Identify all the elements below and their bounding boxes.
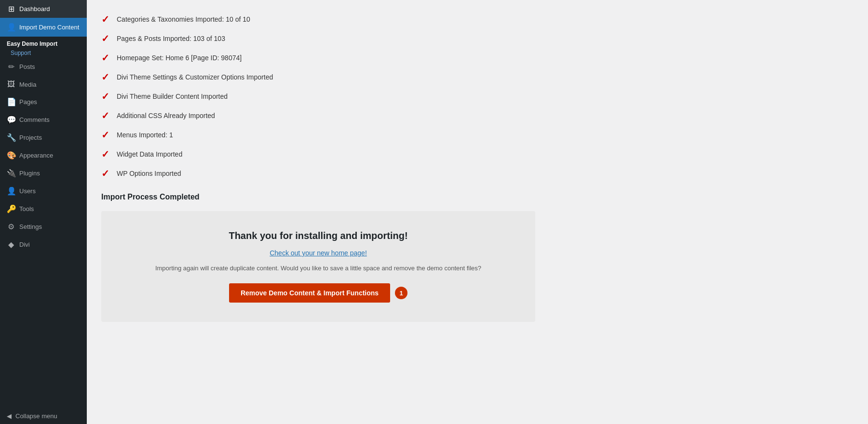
list-item: ✓ Additional CSS Already Imported <box>101 106 854 125</box>
import-item-text: Menus Imported: 1 <box>117 131 173 139</box>
import-item-text: Divi Theme Builder Content Imported <box>117 93 228 100</box>
list-item: ✓ Homepage Set: Home 6 [Page ID: 98074] <box>101 48 854 67</box>
sidebar-plugin-header: Easy Demo Import <box>0 37 87 48</box>
sidebar-item-settings[interactable]: ⚙ Settings <box>0 218 87 236</box>
checkmark-icon: ✓ <box>101 130 111 140</box>
list-item: ✓ Categories & Taxonomies Imported: 10 o… <box>101 10 854 29</box>
import-item-text: Pages & Posts Imported: 103 of 103 <box>117 35 225 42</box>
projects-icon: 🔧 <box>7 133 15 142</box>
checkmark-icon: ✓ <box>101 92 111 101</box>
media-icon: 🖼 <box>7 80 15 89</box>
remove-btn-wrapper: Remove Demo Content & Import Functions 1 <box>116 283 521 303</box>
sidebar-item-plugins[interactable]: 🔌 Plugins <box>0 164 87 182</box>
list-item: ✓ Menus Imported: 1 <box>101 125 854 145</box>
sidebar-item-support[interactable]: Support <box>0 48 87 58</box>
divi-icon: ◆ <box>7 240 15 249</box>
sidebar-item-pages[interactable]: 📄 Pages <box>0 93 87 111</box>
sidebar-label-settings: Settings <box>19 223 42 230</box>
checkmark-icon: ✓ <box>101 53 111 63</box>
sidebar-label-pages: Pages <box>19 98 37 106</box>
sidebar-item-posts[interactable]: ✏ Posts <box>0 58 87 76</box>
sidebar-label-comments: Comments <box>19 116 50 123</box>
checkmark-icon: ✓ <box>101 111 111 120</box>
import-completed-label: Import Process Completed <box>101 193 854 201</box>
import-demo-icon: 👤 <box>7 23 15 32</box>
sidebar-label-projects: Projects <box>19 134 42 141</box>
import-item-text: Additional CSS Already Imported <box>117 112 215 119</box>
sidebar-label-collapse: Collapse menu <box>15 412 57 420</box>
checkmark-icon: ✓ <box>101 34 111 43</box>
sidebar-item-comments[interactable]: 💬 Comments <box>0 111 87 129</box>
collapse-icon: ◀ <box>7 412 12 420</box>
thank-you-box: Thank you for installing and importing! … <box>101 211 535 322</box>
sidebar-item-divi[interactable]: ◆ Divi <box>0 236 87 253</box>
appearance-icon: 🎨 <box>7 151 15 160</box>
import-item-text: Divi Theme Settings & Customizer Options… <box>117 73 273 81</box>
sidebar-label-tools: Tools <box>19 205 34 212</box>
list-item: ✓ Widget Data Imported <box>101 145 854 164</box>
thank-you-note: Importing again will create duplicate co… <box>116 265 521 272</box>
sidebar-label-media: Media <box>19 81 36 88</box>
sidebar-item-dashboard[interactable]: ⊞ Dashboard <box>0 0 87 18</box>
sidebar-item-import-demo-content[interactable]: 👤 Import Demo Content <box>0 18 87 37</box>
homepage-link[interactable]: Check out your new home page! <box>116 249 521 257</box>
badge-count: 1 <box>395 287 407 299</box>
checkmark-icon: ✓ <box>101 169 111 178</box>
sidebar-item-media[interactable]: 🖼 Media <box>0 76 87 93</box>
sidebar-item-projects[interactable]: 🔧 Projects <box>0 129 87 146</box>
pages-icon: 📄 <box>7 97 15 106</box>
sidebar-label-divi: Divi <box>19 241 30 248</box>
sidebar-label-appearance: Appearance <box>19 152 53 159</box>
list-item: ✓ Pages & Posts Imported: 103 of 103 <box>101 29 854 48</box>
list-item: ✓ Divi Theme Settings & Customizer Optio… <box>101 67 854 87</box>
checkmark-icon: ✓ <box>101 72 111 82</box>
sidebar-item-appearance[interactable]: 🎨 Appearance <box>0 146 87 164</box>
remove-demo-content-button[interactable]: Remove Demo Content & Import Functions <box>229 283 390 303</box>
posts-icon: ✏ <box>7 62 15 71</box>
import-results-list: ✓ Categories & Taxonomies Imported: 10 o… <box>101 10 854 183</box>
sidebar: ⊞ Dashboard 👤 Import Demo Content Easy D… <box>0 0 87 424</box>
checkmark-icon: ✓ <box>101 149 111 159</box>
list-item: ✓ WP Options Imported <box>101 164 854 183</box>
checkmark-icon: ✓ <box>101 14 111 24</box>
sidebar-label-users: Users <box>19 187 36 195</box>
import-item-text: Widget Data Imported <box>117 150 182 158</box>
dashboard-icon: ⊞ <box>7 4 15 13</box>
tools-icon: 🔑 <box>7 204 15 213</box>
import-item-text: Categories & Taxonomies Imported: 10 of … <box>117 15 250 23</box>
sidebar-label-posts: Posts <box>19 63 35 70</box>
sidebar-item-users[interactable]: 👤 Users <box>0 182 87 200</box>
import-item-text: WP Options Imported <box>117 170 181 177</box>
list-item: ✓ Divi Theme Builder Content Imported <box>101 87 854 106</box>
plugins-icon: 🔌 <box>7 169 15 178</box>
settings-icon: ⚙ <box>7 222 15 231</box>
thank-you-title: Thank you for installing and importing! <box>116 230 521 241</box>
main-content: ✓ Categories & Taxonomies Imported: 10 o… <box>87 0 868 424</box>
sidebar-label-dashboard: Dashboard <box>19 5 50 13</box>
import-item-text: Homepage Set: Home 6 [Page ID: 98074] <box>117 54 242 62</box>
sidebar-label-import-demo: Import Demo Content <box>19 24 79 31</box>
users-icon: 👤 <box>7 186 15 196</box>
sidebar-label-plugins: Plugins <box>19 170 40 177</box>
sidebar-collapse-button[interactable]: ◀ Collapse menu <box>0 408 87 424</box>
comments-icon: 💬 <box>7 115 15 124</box>
sidebar-item-tools[interactable]: 🔑 Tools <box>0 200 87 218</box>
